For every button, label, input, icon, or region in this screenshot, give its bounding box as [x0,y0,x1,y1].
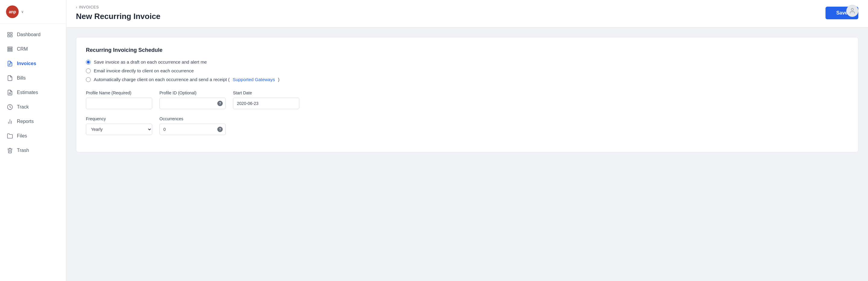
profile-id-label: Profile ID (Optional) [159,90,226,95]
radio-option-email[interactable]: Email invoice directly to client on each… [86,68,848,73]
form-card: Recurring Invoicing Schedule Save invoic… [76,37,858,152]
occurrences-input-wrapper: ? [159,124,226,135]
form-area: Recurring Invoicing Schedule Save invoic… [66,27,868,281]
svg-rect-5 [8,49,12,50]
radio-label-charge-before: Automatically charge client on each occu… [94,77,230,82]
svg-rect-0 [8,33,10,34]
svg-rect-1 [10,33,12,34]
trash-icon [7,147,13,154]
frequency-select[interactable]: Yearly Monthly Weekly Daily [86,124,152,135]
radio-option-charge[interactable]: Automatically charge client on each occu… [86,77,848,82]
user-avatar[interactable] [846,5,858,17]
svg-rect-2 [10,35,12,37]
app-logo: anp [6,5,19,18]
sidebar-item-trash-label: Trash [17,148,29,153]
occurrences-help-icon[interactable]: ? [217,127,223,132]
invoices-icon [7,60,13,67]
sidebar-item-files[interactable]: Files [0,129,66,143]
bills-icon [7,75,13,82]
header-left: ‹ INVOICES New Recurring Invoice [76,5,160,21]
sidebar-item-bills-label: Bills [17,75,26,81]
sidebar-item-track-label: Track [17,104,29,110]
profile-id-input-wrapper: ? [159,98,226,109]
radio-label-draft: Save invoice as a draft on each occurren… [94,59,207,64]
sidebar-item-crm-label: CRM [17,46,28,52]
sidebar-item-invoices[interactable]: Invoices [0,56,66,71]
track-icon [7,104,13,111]
reports-icon [7,118,13,125]
start-date-input[interactable] [233,98,299,109]
page-title: New Recurring Invoice [76,12,160,21]
frequency-label: Frequency [86,116,152,121]
supported-gateways-link[interactable]: Supported Gateways [233,77,275,82]
sidebar-item-dashboard[interactable]: Dashboard [0,27,66,42]
svg-rect-6 [8,50,12,51]
files-icon [7,133,13,139]
start-date-group: Start Date [233,90,299,109]
radio-label-email: Email invoice directly to client on each… [94,68,194,73]
dashboard-icon [7,31,13,38]
sidebar-logo[interactable]: anp ∨ [0,0,66,24]
profile-id-help-icon[interactable]: ? [217,101,223,106]
profile-name-group: Profile Name (Required) [86,90,152,109]
radio-input-email[interactable] [86,68,91,73]
main-content: ‹ INVOICES New Recurring Invoice Save Re… [66,0,868,281]
radio-group: Save invoice as a draft on each occurren… [86,59,848,82]
occurrences-input[interactable] [159,124,226,135]
profile-id-group: Profile ID (Optional) ? [159,90,226,109]
breadcrumb: ‹ INVOICES [76,5,160,9]
breadcrumb-chevron-icon: ‹ [76,5,77,9]
start-date-label: Start Date [233,90,299,95]
logo-chevron-icon: ∨ [21,10,24,14]
sidebar-item-dashboard-label: Dashboard [17,32,40,37]
occurrences-group: Occurrences ? [159,116,226,135]
sidebar: anp ∨ Dashboard CRM [0,0,66,281]
radio-option-draft[interactable]: Save invoice as a draft on each occurren… [86,59,848,64]
sidebar-item-reports[interactable]: Reports [0,114,66,129]
sidebar-item-reports-label: Reports [17,119,34,124]
frequency-group: Frequency Yearly Monthly Weekly Daily [86,116,152,135]
sidebar-item-files-label: Files [17,133,27,139]
sidebar-item-estimates-label: Estimates [17,90,38,95]
sidebar-item-invoices-label: Invoices [17,61,36,66]
occurrences-label: Occurrences [159,116,226,121]
sidebar-item-trash[interactable]: Trash [0,143,66,158]
form-row-2: Frequency Yearly Monthly Weekly Daily Oc… [86,116,848,135]
svg-rect-4 [8,47,12,48]
breadcrumb-label: INVOICES [79,5,99,9]
radio-label-charge-after: ) [278,77,279,82]
crm-icon [7,46,13,53]
form-row-1: Profile Name (Required) Profile ID (Opti… [86,90,848,109]
profile-name-label: Profile Name (Required) [86,90,152,95]
estimates-icon [7,89,13,96]
sidebar-nav: Dashboard CRM Invoices [0,26,66,281]
radio-input-charge[interactable] [86,77,91,82]
profile-name-input[interactable] [86,98,152,109]
sidebar-item-estimates[interactable]: Estimates [0,85,66,100]
svg-point-15 [851,8,853,10]
svg-rect-3 [8,35,10,37]
profile-id-input[interactable] [159,98,226,109]
section-title: Recurring Invoicing Schedule [86,47,848,53]
page-header: ‹ INVOICES New Recurring Invoice Save [66,0,868,27]
radio-input-draft[interactable] [86,60,91,64]
sidebar-item-track[interactable]: Track [0,100,66,114]
sidebar-item-bills[interactable]: Bills [0,71,66,85]
sidebar-item-crm[interactable]: CRM [0,42,66,56]
